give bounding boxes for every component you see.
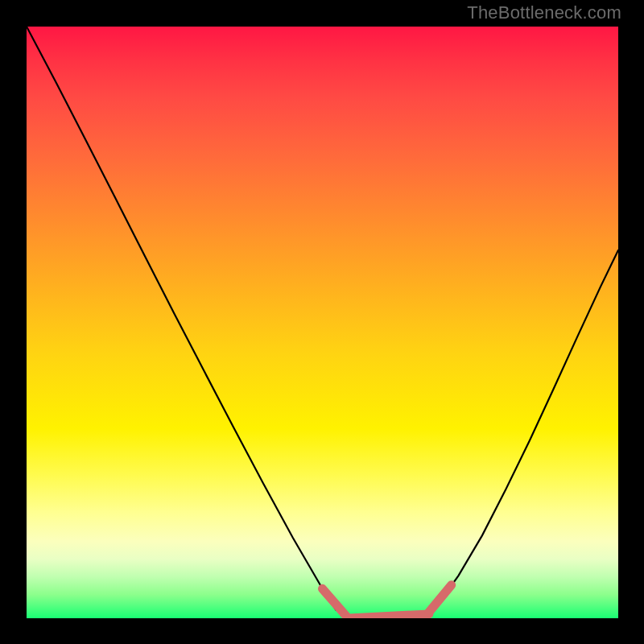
curve-svg: [27, 27, 618, 618]
plot-area: [27, 27, 618, 618]
bottleneck-curve: [27, 27, 618, 618]
highlight-segments: [323, 585, 452, 618]
chart-frame: TheBottleneck.com: [0, 0, 644, 644]
highlight-segment: [323, 588, 346, 616]
site-watermark: TheBottleneck.com: [467, 2, 621, 23]
highlight-segment: [429, 585, 452, 613]
highlight-segment: [349, 614, 429, 618]
